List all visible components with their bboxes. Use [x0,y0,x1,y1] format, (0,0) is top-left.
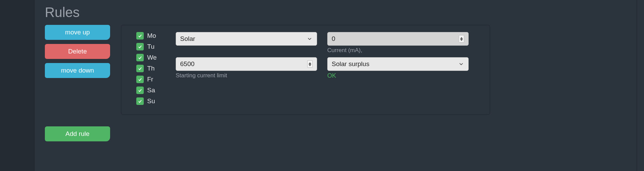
start-limit-input[interactable]: 6500 [176,57,317,71]
day-checkbox-su[interactable] [136,97,144,105]
spinner-icon[interactable] [459,35,464,43]
day-row: Th [136,65,163,72]
day-row: Sa [136,87,163,94]
day-label: Th [147,65,155,72]
check-icon [138,44,142,49]
day-checkbox-mo[interactable] [136,32,144,40]
start-limit-helper: Starting current limit [176,72,317,79]
page-title: Rules [45,5,644,20]
day-row: Su [136,97,163,105]
current-helper: Current (mA), [327,47,469,54]
rule-panel: MoTuWeThFrSaSu Solar 0 [121,25,490,115]
day-label: Sa [147,87,155,94]
check-icon [138,66,142,71]
day-label: Su [147,97,155,105]
delete-button[interactable]: Delete [45,44,110,59]
day-label: Fr [147,76,153,83]
strategy-select[interactable]: Solar surplus [327,57,469,71]
move-down-button[interactable]: move down [45,63,110,78]
start-limit-value: 6500 [180,60,194,68]
chevron-down-icon [458,61,464,67]
day-checkbox-we[interactable] [136,54,144,61]
day-label: Tu [147,43,154,50]
current-input-value: 0 [332,35,335,43]
check-icon [138,55,142,60]
check-icon [138,33,142,38]
day-label: We [147,54,157,61]
current-input[interactable]: 0 [327,32,469,46]
day-row: We [136,54,163,61]
mode-select-value: Solar [180,35,195,43]
day-checkbox-tu[interactable] [136,43,144,50]
mode-select[interactable]: Solar [176,32,317,46]
add-rule-button[interactable]: Add rule [45,126,110,141]
day-checkbox-sa[interactable] [136,87,144,94]
day-row: Fr [136,76,163,83]
day-label: Mo [147,32,156,40]
strategy-select-value: Solar surplus [332,60,369,68]
weekday-checkboxes: MoTuWeThFrSaSu [136,32,163,105]
day-row: Mo [136,32,163,40]
check-icon [138,99,142,104]
chevron-down-icon [307,36,313,42]
check-icon [138,77,142,82]
spinner-icon[interactable] [307,60,313,68]
day-checkbox-th[interactable] [136,65,144,72]
day-row: Tu [136,43,163,50]
check-icon [138,88,142,93]
move-up-button[interactable]: move up [45,25,110,40]
status-text: OK [327,72,469,79]
day-checkbox-fr[interactable] [136,76,144,83]
